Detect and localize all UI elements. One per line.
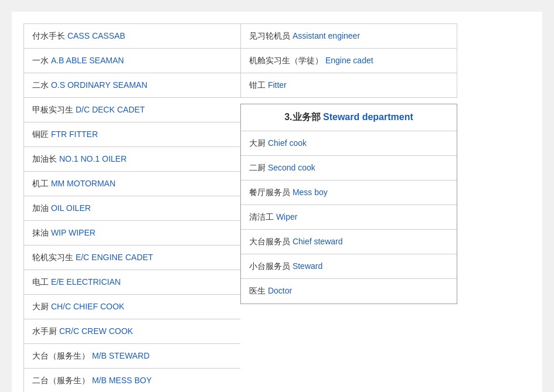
list-item: 大台服务员 Chief steward bbox=[241, 230, 457, 254]
list-item: 二台（服务生） M/B MESS BOY bbox=[24, 369, 240, 392]
right-top-block: 见习轮机员 Assistant engineer机舱实习生（学徒） Engine… bbox=[240, 23, 457, 98]
list-item: 大厨 CH/C CHIEF COOK bbox=[24, 295, 240, 319]
list-item: 见习轮机员 Assistant engineer bbox=[241, 24, 457, 49]
right-column: 见习轮机员 Assistant engineer机舱实习生（学徒） Engine… bbox=[240, 23, 457, 392]
list-item: 餐厅服务员 Mess boy bbox=[241, 180, 457, 205]
list-item: 付水手长 CASS CASSAB bbox=[24, 24, 240, 49]
list-item: 大厨 Chief cook bbox=[241, 131, 457, 156]
steward-header-en: Steward department bbox=[323, 112, 413, 122]
list-item: 抹油 WIP WIPER bbox=[24, 221, 240, 246]
steward-section: 3.业务部 Steward department大厨 Chief cook二厨 … bbox=[240, 104, 457, 304]
list-item: 清洁工 Wiper bbox=[241, 205, 457, 230]
list-item: 电工 E/E ELECTRICIAN bbox=[24, 270, 240, 295]
list-item: 机舱实习生（学徒） Engine cadet bbox=[241, 49, 457, 73]
list-item: 加油 OIL OILER bbox=[24, 196, 240, 221]
list-item: 一水 A.B ABLE SEAMAN bbox=[24, 49, 240, 73]
list-item: 小台服务员 Steward bbox=[241, 254, 457, 279]
steward-header-zh: 3.业务部 bbox=[284, 112, 323, 122]
list-item: 二水 O.S ORDINARY SEAMAN bbox=[24, 73, 240, 98]
list-item: 钳工 Fitter bbox=[241, 73, 457, 98]
list-item: 医生 Doctor bbox=[241, 279, 457, 304]
list-item: 甲板实习生 D/C DECK CADET bbox=[24, 98, 240, 122]
steward-header: 3.业务部 Steward department bbox=[241, 104, 457, 131]
list-item: 加油长 NO.1 NO.1 OILER bbox=[24, 147, 240, 172]
list-item: 大台（服务生） M/B STEWARD bbox=[24, 344, 240, 369]
list-item: 机工 MM MOTORMAN bbox=[24, 172, 240, 196]
page-container: 付水手长 CASS CASSAB一水 A.B ABLE SEAMAN二水 O.S… bbox=[12, 12, 542, 392]
list-item: 轮机实习生 E/C ENGINE CADET bbox=[24, 246, 240, 270]
list-item: 二厨 Second cook bbox=[241, 156, 457, 180]
list-item: 水手厨 CR/C CREW COOK bbox=[24, 319, 240, 344]
list-item: 铜匠 FTR FITTER bbox=[24, 122, 240, 147]
left-column: 付水手长 CASS CASSAB一水 A.B ABLE SEAMAN二水 O.S… bbox=[23, 23, 240, 392]
